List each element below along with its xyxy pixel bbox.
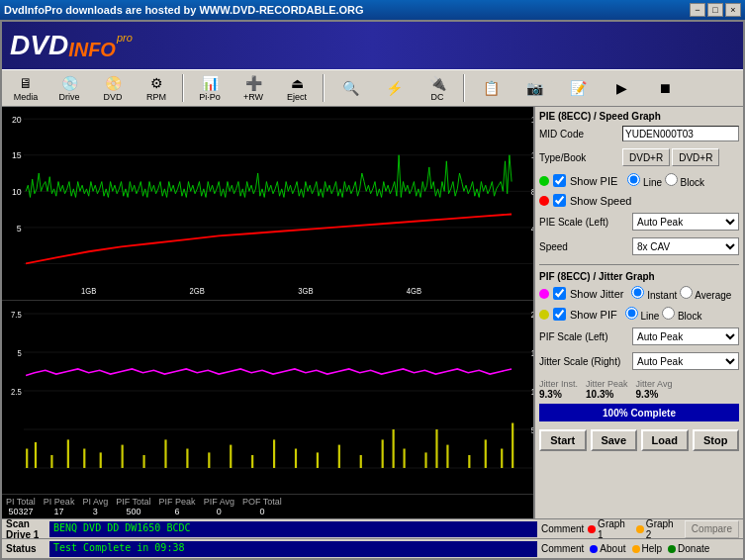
pif-scale-select[interactable]: Auto Peak [632,327,739,345]
svg-rect-36 [100,452,102,468]
svg-rect-32 [35,442,37,468]
pie-block-radio[interactable] [665,173,678,186]
eject-icon: ⏏ [287,74,307,92]
comment-label2: Comment [541,543,584,554]
toolbar-pipo[interactable]: 📊 Pi·Po [190,72,230,104]
dvd-logo: DVD INFO pro [10,32,133,59]
mid-code-input[interactable] [622,126,739,141]
pif-scale-row: PIF Scale (Left) Auto Peak [539,327,739,345]
speed-color-dot [539,196,549,206]
toolbar-play[interactable]: ▶ [602,72,641,104]
svg-text:5: 5 [17,347,22,358]
separator1 [182,74,184,102]
jitter-stats: Jitter Inst. 9.3% Jitter Peak 10.3% Jitt… [539,379,739,400]
svg-text:1GB: 1GB [81,287,96,296]
compare-button[interactable]: Compare [685,520,739,538]
jitter-scale-select[interactable]: Auto Peak [632,352,739,370]
pipo-icon: 📊 [200,74,220,92]
donate-item[interactable]: Donate [668,543,709,554]
toolbar-eject[interactable]: ⏏ Eject [277,72,317,104]
jitter-instant-label: Instant [647,290,677,301]
toolbar-edit[interactable]: 📝 [558,72,598,104]
svg-text:4GB: 4GB [407,287,421,296]
svg-rect-53 [435,429,437,468]
show-jitter-row: Show Jitter Instant Average [539,286,739,301]
help-item[interactable]: Help [632,543,663,554]
pif-scale-label: PIF Scale (Left) [539,331,628,342]
type-book-btn1[interactable]: DVD+R [622,148,670,166]
svg-text:5: 5 [17,223,22,233]
svg-rect-40 [186,449,188,469]
type-book-btn2[interactable]: DVD+R [672,148,719,166]
show-speed-checkbox[interactable] [553,194,566,207]
svg-rect-55 [468,455,470,468]
minimize-button[interactable]: − [690,3,705,17]
toolbar-media[interactable]: 🖥 Media [6,72,46,104]
jitter-scale-label: Jitter Scale (Right) [539,356,628,367]
pie-line-radio[interactable] [627,173,640,186]
svg-rect-50 [393,429,395,468]
save-button[interactable]: Save [591,429,638,451]
start-button[interactable]: Start [539,429,587,451]
media-icon: 🖥 [16,74,36,92]
rw-icon: ➕ [243,74,263,92]
show-jitter-checkbox[interactable] [553,287,566,300]
pie-scale-select[interactable]: Auto Peak [632,213,739,231]
type-book-row: Type/Book DVD+R DVD+R [539,148,739,166]
speed-select[interactable]: 8x CAV [632,237,739,255]
graph1-label: Graph 1 [598,518,632,540]
left-panel: 20 15 10 5 16x 12x 8x 4x 1GB 2GB 3GB 4GB [2,107,535,518]
pif-graph-svg: 7.5 5 2.5 20% 15% 10% 5% [2,301,533,494]
toolbar-camera[interactable]: 📷 [514,72,554,104]
stat-pi-peak: PI Peak 17 [44,497,75,516]
svg-rect-43 [251,455,253,468]
title-text: DvdInfoPro downloads are hosted by WWW.D… [4,4,364,16]
pif-line-radio[interactable] [625,307,638,320]
pif-block-radio[interactable] [662,307,675,320]
svg-text:2GB: 2GB [190,287,205,296]
svg-rect-54 [446,445,448,468]
toolbar-dc[interactable]: 🔌 DC [418,72,457,104]
about-label: About [600,543,625,554]
status-display: Test Complete in 09:38 [49,541,537,557]
graph1-legend: Graph 1 [588,518,632,540]
show-pie-checkbox[interactable] [553,174,566,187]
stats-bar: PI Total 50327 PI Peak 17 PI Avg 3 PIF T… [2,494,533,518]
svg-rect-56 [485,439,487,468]
jitter-peak: Jitter Peak 10.3% [586,379,628,400]
toolbar-dvd[interactable]: 📀 DVD [93,72,133,104]
show-pif-row: Show PIF Line Block [539,307,739,322]
logo-pro: pro [117,32,133,44]
toolbar-rw[interactable]: ➕ +RW [233,72,273,104]
load-button[interactable]: Load [641,429,689,451]
scan-drive-display: BENQ DVD DD DW1650 BCDC [49,521,537,537]
svg-rect-44 [273,439,275,468]
progress-text: 100% Complete [603,408,676,419]
svg-text:2.5: 2.5 [11,386,22,397]
toolbar-flash[interactable]: ⚡ [374,72,414,104]
pie-scale-row: PIE Scale (Left) Auto Peak [539,213,739,231]
svg-rect-46 [317,452,319,468]
show-pif-checkbox[interactable] [553,308,566,321]
toolbar-stop-tb[interactable]: ⏹ [645,72,685,104]
svg-rect-49 [382,439,384,468]
show-pie-row: Show PIE Line Block [539,173,739,188]
about-item[interactable]: About [590,543,625,554]
stop-button[interactable]: Stop [693,429,740,451]
svg-text:4x: 4x [531,223,533,233]
play-icon: ▶ [611,79,631,97]
toolbar-clipboard[interactable]: 📋 [471,72,511,104]
pie-section-title: PIE (8ECC) / Speed Graph [539,111,739,122]
show-pie-label: Show PIE [570,175,617,187]
toolbar-drive[interactable]: 💿 Drive [49,72,89,104]
svg-rect-42 [230,445,232,468]
status-right: Comment About Help Donate [541,543,739,554]
jitter-instant-radio[interactable] [631,286,644,299]
toolbar-rpm[interactable]: ⚙ RPM [137,72,176,104]
jitter-average-radio[interactable] [680,286,693,299]
jitter-average-label: Average [695,290,731,301]
toolbar-search[interactable]: 🔍 [330,72,370,104]
maximize-button[interactable]: □ [707,3,723,17]
close-button[interactable]: × [725,3,741,17]
svg-rect-35 [83,449,85,469]
